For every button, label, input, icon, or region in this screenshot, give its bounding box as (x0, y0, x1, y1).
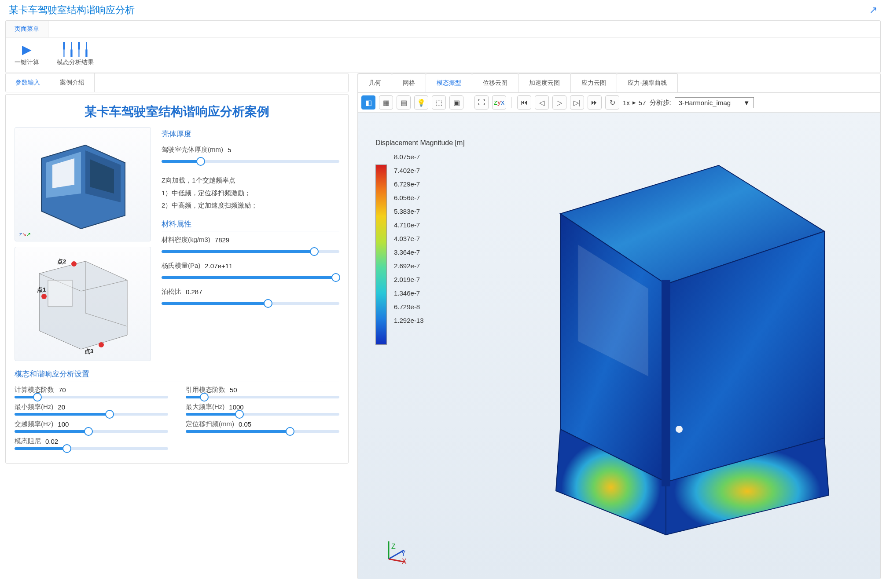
color-legend: Displacement Magnitude [m] 8.075e-77.402… (375, 139, 465, 324)
tab-mesh[interactable]: 网格 (392, 73, 426, 92)
legend-colorbar (375, 164, 387, 345)
section-modal: 模态和谐响应分析设置 (15, 369, 339, 381)
grid-small-icon[interactable]: ▦ (379, 95, 393, 110)
section-material: 材料属性 (162, 219, 339, 231)
cab-contour-render (490, 148, 851, 544)
young-value: 2.07e+11 (205, 262, 232, 270)
last-frame-icon[interactable]: ⏭ (588, 95, 602, 110)
cross-value: 100 (58, 420, 69, 428)
view-cube-icon[interactable]: ◧ (361, 95, 375, 110)
light-box-icon[interactable]: 💡 (414, 95, 428, 110)
axis-mini-icon: z↘↗ (19, 231, 31, 237)
density-slider[interactable] (162, 250, 339, 253)
fmin-value: 20 (58, 403, 65, 411)
density-value: 7829 (215, 236, 229, 244)
tab-stress-freq[interactable]: 应力-频率曲线 (617, 73, 678, 92)
disp-slider[interactable] (186, 430, 339, 433)
chevron-down-icon: ▼ (743, 99, 750, 106)
page-title: 某卡车驾驶室结构谐响应分析 (9, 4, 135, 17)
fmin-slider[interactable] (15, 413, 168, 416)
compute-modes-value: 70 (59, 386, 66, 394)
cross-label: 交越频率(Hz) (15, 420, 53, 428)
shell-thickness-slider[interactable] (162, 160, 339, 163)
result-tabs: 几何 网格 模态振型 位移云图 加速度云图 应力云图 应力-频率曲线 (358, 73, 880, 93)
step-label: 分析步: (650, 99, 671, 107)
poisson-slider[interactable] (162, 302, 339, 305)
play-icon[interactable]: ▷ (552, 95, 566, 110)
loading-desc: Z向加载，1个交越频率点 1）中低频，定位移扫频激励； 2）中高频，定加速度扫频… (162, 174, 339, 212)
next-frame-icon[interactable]: ▷| (570, 95, 584, 110)
young-slider[interactable] (162, 276, 339, 279)
poisson-value: 0.287 (186, 288, 202, 296)
legend-value: 6.729e-7 (394, 180, 465, 188)
wire-cube-icon[interactable]: ▣ (449, 95, 463, 110)
analysis-step-select[interactable]: 3-Harmonic_imag ▼ (675, 97, 754, 108)
legend-value: 7.402e-7 (394, 167, 465, 174)
shell-thickness-value: 5 (228, 146, 231, 153)
viewer-toolbar: ◧ ▦ ▤ 💡 ⬚ ▣ ⛶ zyx ⏮ ◁ ▷ ▷| ⏭ ↻ 1x ▸ 57 (358, 93, 880, 113)
external-link-icon[interactable]: ↗ (869, 4, 877, 16)
svg-rect-6 (48, 280, 72, 307)
legend-value: 6.729e-8 (394, 303, 465, 310)
step-value: 3-Harmonic_imag (679, 99, 731, 106)
case-title: 某卡车驾驶室结构谐响应分析案例 (15, 103, 339, 120)
left-sub-tabs: 参数输入 案例介绍 (5, 73, 349, 92)
point2-label: 点2 (57, 258, 66, 266)
fit-view-icon[interactable]: ⛶ (474, 95, 489, 110)
tab-modal-shape[interactable]: 模态振型 (426, 73, 472, 92)
menu-tab-page[interactable]: 页面菜单 (6, 21, 48, 37)
tab-stress[interactable]: 应力云图 (570, 73, 617, 92)
ribbon-modal-result[interactable]: ╿╽╿╽ 模态分析结果 (57, 42, 94, 66)
cross-slider[interactable] (15, 430, 168, 433)
prev-frame-icon[interactable]: ◁ (535, 95, 549, 110)
damp-value: 0.02 (45, 438, 58, 445)
desc-line: 2）中高频，定加速度扫频激励； (162, 199, 339, 212)
loop-icon[interactable]: ↻ (605, 95, 619, 110)
chevron-right-icon: ▸ (632, 99, 636, 106)
tab-case-intro[interactable]: 案例介绍 (50, 73, 95, 92)
svg-point-14 (676, 426, 683, 433)
use-modes-value: 50 (230, 386, 237, 394)
legend-value: 1.346e-7 (394, 289, 465, 297)
compute-modes-label: 计算模态阶数 (15, 386, 54, 394)
fmin-label: 最小频率(Hz) (15, 403, 53, 411)
desc-line: Z向加载，1个交越频率点 (162, 174, 339, 187)
tab-param-input[interactable]: 参数输入 (6, 73, 50, 92)
light-cube-icon[interactable]: ⬚ (432, 95, 446, 110)
menu-tabs: 页面菜单 ▶ 一键计算 ╿╽╿╽ 模态分析结果 (5, 20, 881, 73)
geometry-points-preview: 点1 点2 点3 (15, 247, 151, 361)
param-panel: 某卡车驾驶室结构谐响应分析案例 z↘↗ (5, 94, 349, 464)
svg-line-17 (389, 559, 405, 562)
legend-value: 3.364e-7 (394, 248, 465, 256)
legend-title: Displacement Magnitude [m] (375, 139, 465, 147)
legend-value: 8.075e-7 (394, 153, 465, 161)
first-frame-icon[interactable]: ⏮ (517, 95, 531, 110)
result-viewer[interactable]: Displacement Magnitude [m] 8.075e-77.402… (358, 113, 880, 579)
frame-value: 57 (639, 99, 646, 106)
ribbon-label: 模态分析结果 (57, 58, 94, 66)
damp-slider[interactable] (15, 447, 168, 450)
poisson-label: 泊松比 (162, 288, 181, 296)
bars-modal-icon: ╿╽╿╽ (60, 42, 90, 57)
svg-rect-13 (662, 280, 670, 486)
playback-speed[interactable]: 1x ▸ 57 (623, 99, 646, 106)
point1-label: 点1 (37, 286, 46, 294)
fmax-value: 1000 (229, 403, 243, 411)
legend-value: 6.056e-7 (394, 194, 465, 201)
disp-value: 0.05 (239, 420, 251, 428)
ribbon-compute[interactable]: ▶ 一键计算 (15, 42, 39, 66)
tab-geometry[interactable]: 几何 (358, 73, 392, 92)
legend-value: 2.019e-7 (394, 276, 465, 283)
grid-large-icon[interactable]: ▤ (397, 95, 411, 110)
point3-label: 点3 (85, 347, 93, 355)
young-label: 杨氏模量(Pa) (162, 262, 200, 270)
compute-modes-slider[interactable] (15, 396, 168, 398)
tab-acceleration[interactable]: 加速度云图 (518, 73, 571, 92)
legend-value: 1.292e-13 (394, 317, 465, 324)
tab-displacement[interactable]: 位移云图 (472, 73, 518, 92)
axis-toggle-icon[interactable]: zyx (492, 95, 506, 110)
svg-line-16 (389, 550, 404, 559)
use-modes-slider[interactable] (186, 396, 339, 398)
legend-value: 4.037e-7 (394, 235, 465, 242)
fmax-slider[interactable] (186, 413, 339, 416)
